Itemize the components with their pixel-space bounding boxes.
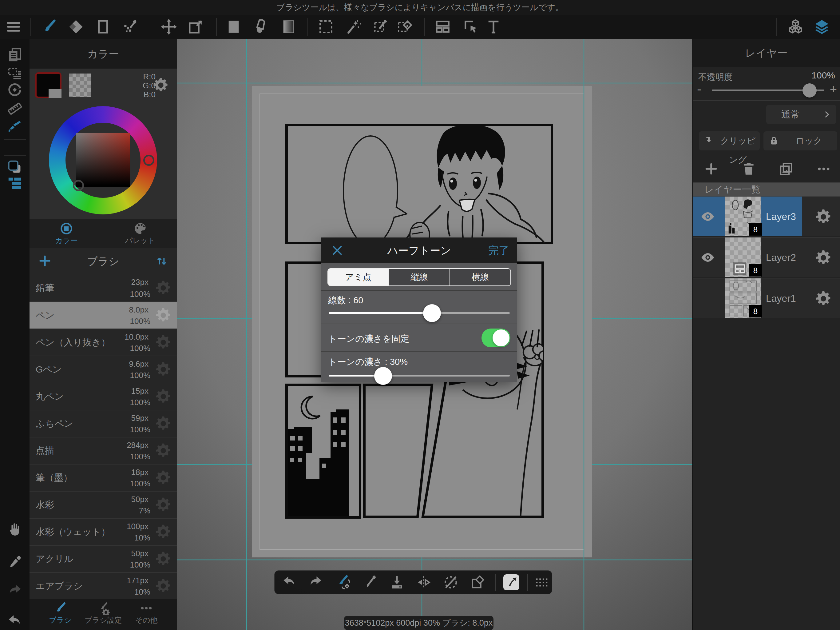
handwriting-mode-icon[interactable]: [503, 574, 519, 590]
tab-brush-settings[interactable]: ブラシ設定: [79, 601, 128, 625]
clipping-button[interactable]: クリッピング: [699, 131, 760, 150]
flip-horizontal-icon[interactable]: [416, 574, 432, 590]
saturation-value-square[interactable]: [76, 133, 130, 187]
eyedropper-icon[interactable]: [6, 554, 23, 571]
bucket-tool-icon[interactable]: [253, 18, 270, 35]
fix-density-toggle[interactable]: [482, 329, 510, 347]
gear-icon[interactable]: [155, 442, 172, 459]
foreground-color-swatch[interactable]: [35, 72, 62, 98]
select-pen-icon[interactable]: [373, 18, 390, 35]
clear-selection-icon[interactable]: [469, 574, 485, 590]
brush-item[interactable]: 筆（墨） 18px100%: [30, 464, 177, 491]
brush-item[interactable]: 点描 284px100%: [30, 437, 177, 464]
opacity-thumb[interactable]: [802, 83, 816, 98]
gear-icon[interactable]: [155, 469, 172, 486]
color-settings-gear-icon[interactable]: [152, 77, 169, 94]
brush-item[interactable]: エアブラシ 171px10%: [30, 572, 177, 599]
brush-item[interactable]: ふちペン 59px100%: [30, 410, 177, 437]
brush-tool-icon[interactable]: [41, 18, 58, 35]
undo-icon[interactable]: [281, 574, 297, 590]
eraser-tool-icon[interactable]: [67, 18, 85, 35]
import-save-icon[interactable]: [389, 574, 405, 590]
delete-layer-icon[interactable]: [741, 161, 756, 177]
layer-settings-gear-icon[interactable]: [815, 290, 832, 308]
text-tool-icon[interactable]: [485, 18, 502, 35]
layer-visibility-eye-icon[interactable]: [699, 208, 716, 225]
brush-item-selected[interactable]: ペン 8.0px100%: [30, 301, 177, 329]
marker-icon[interactable]: [6, 119, 23, 136]
duplicate-layer-icon[interactable]: [778, 161, 794, 177]
sort-brushes-icon[interactable]: [155, 254, 169, 268]
brush-control-icon[interactable]: [6, 175, 23, 192]
add-layer-icon[interactable]: [704, 161, 719, 177]
layer-row-layer2[interactable]: Layer2 8: [693, 237, 840, 277]
select-list-icon[interactable]: [6, 65, 23, 82]
brush-item[interactable]: Gペン 9.6px100%: [30, 356, 177, 383]
transform-tool-icon[interactable]: [187, 18, 204, 35]
layers-panel-icon[interactable]: [813, 18, 831, 35]
opacity-plus[interactable]: +: [830, 82, 837, 96]
line-count-slider[interactable]: [329, 312, 510, 314]
brush-eraser-toggle-icon[interactable]: [335, 574, 351, 590]
more-layer-actions-icon[interactable]: [816, 161, 831, 177]
frame-tool-icon[interactable]: [95, 18, 112, 35]
slider-thumb[interactable]: [423, 304, 441, 322]
layer-row-layer3[interactable]: Layer3 8: [693, 196, 840, 236]
tab-horizontal-lines[interactable]: 横線: [450, 269, 510, 285]
hue-wheel[interactable]: [49, 106, 157, 214]
move-tool-icon[interactable]: [160, 18, 177, 35]
lock-button[interactable]: ロック: [763, 131, 837, 150]
gear-icon[interactable]: [155, 279, 172, 296]
reset-view-icon[interactable]: [6, 82, 23, 98]
pen-icon[interactable]: [362, 574, 378, 590]
redo-icon[interactable]: [308, 574, 324, 590]
brush-item[interactable]: ペン（入り抜き） 10.0px100%: [30, 329, 177, 356]
gear-icon[interactable]: [155, 496, 172, 513]
dot-pen-tool-icon[interactable]: [122, 18, 139, 35]
brush-item[interactable]: アクリル 50px100%: [30, 545, 177, 572]
tab-color[interactable]: カラー: [39, 222, 94, 245]
gear-icon[interactable]: [155, 578, 172, 595]
pages-icon[interactable]: [6, 46, 23, 63]
gradient-tool-icon[interactable]: [280, 18, 297, 35]
blend-mode-button[interactable]: 通常: [766, 105, 836, 124]
select-tool-icon[interactable]: [317, 18, 335, 35]
transparent-color-swatch[interactable]: [69, 73, 91, 97]
tab-vertical-lines[interactable]: 縦線: [388, 269, 449, 285]
density-slider[interactable]: [329, 375, 510, 377]
sv-selector[interactable]: [73, 180, 84, 191]
rotate-lock-icon[interactable]: [443, 574, 459, 590]
panel-divide-icon[interactable]: [434, 18, 452, 35]
gear-icon[interactable]: [155, 550, 172, 568]
hand-tool-icon[interactable]: [6, 521, 23, 538]
magic-wand-icon[interactable]: [344, 18, 362, 35]
opacity-slider[interactable]: [712, 90, 824, 91]
brush-item[interactable]: 水彩（ウェット） 100px10%: [30, 518, 177, 545]
tab-dot-tone[interactable]: アミ点: [328, 269, 388, 285]
layer-settings-gear-icon[interactable]: [815, 249, 832, 267]
tab-others[interactable]: その他: [122, 601, 171, 625]
drag-handle-icon[interactable]: [534, 574, 549, 590]
brush-item[interactable]: 水彩 50px7%: [30, 491, 177, 518]
gear-icon[interactable]: [155, 361, 172, 378]
layer-settings-gear-icon[interactable]: [815, 208, 832, 226]
hue-selector[interactable]: [143, 155, 154, 166]
slider-thumb[interactable]: [374, 367, 392, 385]
opacity-minus[interactable]: -: [697, 82, 701, 97]
gear-icon[interactable]: [155, 415, 172, 432]
fill-color-icon[interactable]: [225, 18, 242, 35]
fg-bg-color-icon[interactable]: [6, 159, 23, 175]
layer-row-layer1[interactable]: Layer1 8: [693, 278, 840, 318]
redo-icon[interactable]: [6, 583, 23, 599]
tab-brush[interactable]: ブラシ: [36, 601, 85, 625]
gear-icon[interactable]: [155, 388, 172, 405]
select-eraser-icon[interactable]: [396, 18, 413, 35]
undo-icon[interactable]: [6, 613, 23, 630]
tab-palette[interactable]: パレット: [112, 222, 168, 245]
gear-icon[interactable]: [155, 523, 172, 540]
done-button[interactable]: 完了: [488, 237, 509, 263]
menu-icon[interactable]: [5, 18, 22, 35]
gear-icon[interactable]: [155, 307, 172, 324]
brush-item[interactable]: 丸ペン 15px100%: [30, 383, 177, 410]
material-3d-icon[interactable]: [787, 18, 804, 35]
